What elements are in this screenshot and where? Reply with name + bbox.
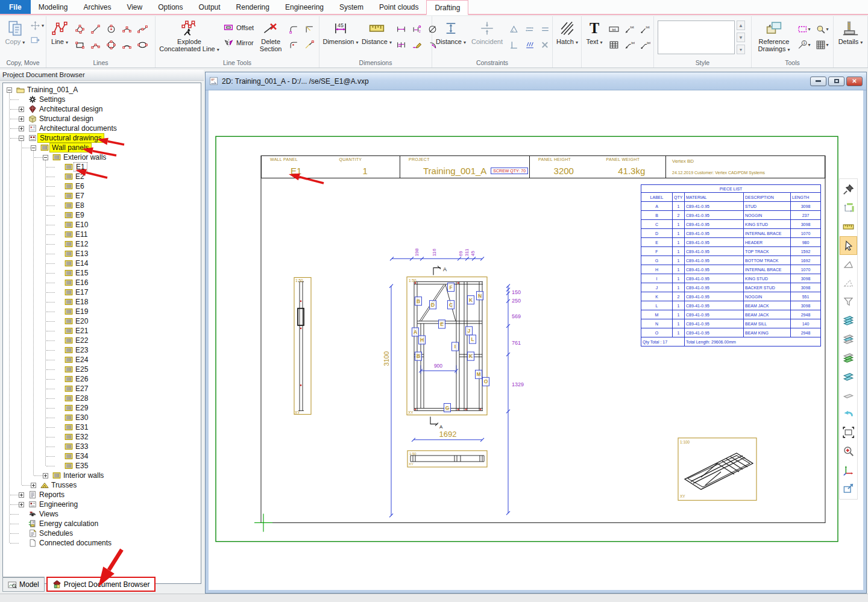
ribbon-button-table-icon[interactable] — [609, 40, 619, 50]
minimize-button[interactable] — [810, 77, 826, 86]
tab-options[interactable]: Options — [150, 0, 190, 14]
view-tool-undo-icon[interactable] — [840, 404, 857, 423]
ribbon-button-corner-trim-icon[interactable] — [304, 24, 315, 34]
tree-item-exterior-walls[interactable]: Exterior walls — [52, 152, 108, 162]
tab-drafting[interactable]: Drafting — [426, 0, 468, 15]
ribbon-button-extend-icon[interactable] — [304, 40, 315, 50]
view-tool-zoom-in-icon[interactable] — [840, 442, 857, 460]
style-scroll-down-icon[interactable]: ▼ — [737, 33, 745, 42]
ribbon-button-magnify-tool-icon[interactable]: ▾ — [816, 24, 828, 34]
tree-item-e1[interactable]: E1 — [64, 162, 87, 172]
ribbon-button-details[interactable]: Details ▾ — [835, 17, 866, 58]
ribbon-button-offset[interactable]: Offset — [224, 22, 254, 33]
view-tool-layers-cyan-icon[interactable] — [840, 311, 857, 330]
ribbon-button-select-box-icon[interactable]: ▾ — [797, 24, 810, 34]
tree-expander-minus[interactable] — [7, 87, 12, 93]
ribbon-button-dim-edit-icon[interactable] — [412, 40, 422, 50]
tree-item-architectural-design[interactable]: Architectural design — [28, 104, 104, 114]
tree-expander-plus[interactable] — [19, 502, 24, 507]
tree-item-e8[interactable]: E8 — [64, 201, 86, 210]
ribbon-button-kite-icon[interactable] — [75, 24, 85, 34]
tree-item-e9[interactable]: E9 — [64, 210, 86, 220]
view-tool-pin-icon[interactable] — [840, 180, 857, 199]
tree-expander-plus[interactable] — [19, 107, 24, 112]
ribbon-button-spline-icon[interactable] — [137, 24, 148, 34]
tree-item-energy-calculation[interactable]: 2Energy calculation — [28, 519, 100, 528]
tree-item-e23[interactable]: E23 — [64, 345, 90, 355]
tree-item-e19[interactable]: E19 — [64, 307, 90, 316]
tree-item-e15[interactable]: E15 — [64, 268, 90, 278]
ribbon-button-distance[interactable]: Distance ▾ — [360, 17, 393, 58]
ribbon-button-arc-icon[interactable] — [122, 40, 132, 50]
tree-item-training-001-a[interactable]: Training_001_A — [16, 85, 80, 95]
ribbon-button-dimension[interactable]: 45Dimension ▾ — [321, 17, 360, 58]
tree-item-reports[interactable]: Reports — [28, 490, 66, 500]
tree-item-e2[interactable]: E2 — [64, 172, 86, 181]
panel-tab-project-document-browser[interactable]: Project Document Browser — [46, 577, 156, 592]
tree-expander-minus[interactable] — [31, 145, 36, 151]
style-more-icon[interactable]: ▾ — [737, 45, 745, 54]
ribbon-button-leader-number-icon[interactable]: 1▾ — [797, 40, 810, 50]
tree-item-structural-drawings[interactable]: Structural drawings — [28, 133, 104, 143]
ribbon-button-circle-point-icon[interactable] — [106, 24, 116, 34]
tab-rendering[interactable]: Rendering — [228, 0, 277, 14]
tree-expander-minus[interactable] — [19, 136, 24, 141]
view-tool-select-cursor-icon[interactable] — [840, 236, 857, 255]
tree-item-e6[interactable]: E6 — [64, 181, 86, 191]
ribbon-button-reference-drawings[interactable]: ReferenceDrawings ▾ — [753, 17, 795, 58]
tree-expander-plus[interactable] — [19, 116, 24, 122]
ribbon-button-move-icon[interactable]: ▾ — [30, 20, 44, 31]
tab-file[interactable]: File — [0, 0, 31, 14]
ribbon-button-constraint-hatch-icon[interactable] — [524, 40, 535, 50]
drawing-canvas[interactable]: 1:50XY1:50XY1:50XY1:100XY198116693114531… — [209, 90, 863, 590]
restore-button[interactable] — [828, 77, 844, 86]
tree-item-schedules[interactable]: Schedules — [28, 528, 75, 538]
ribbon-button-leader-text-icon[interactable]: txt — [624, 24, 635, 34]
tree-item-e32[interactable]: E32 — [64, 432, 90, 442]
view-tool-axes-icon[interactable] — [840, 460, 857, 479]
tab-output[interactable]: Output — [191, 0, 228, 14]
tree-item-e11[interactable]: E11 — [64, 230, 89, 239]
tab-engineering[interactable]: Engineering — [277, 0, 332, 14]
tree-item-e30[interactable]: E30 — [64, 413, 90, 422]
tree-item-e27[interactable]: E27 — [64, 384, 90, 393]
tree-item-e24[interactable]: E24 — [64, 355, 90, 365]
tree-item-views[interactable]: Views — [28, 509, 60, 519]
ribbon-button-dim-point-icon[interactable]: 2 — [412, 24, 422, 34]
view-tool-ruler-icon[interactable] — [840, 218, 857, 236]
close-button[interactable]: ✕ — [846, 77, 863, 86]
ribbon-button-ellipse-icon[interactable] — [137, 40, 148, 50]
drawing-window-titlebar[interactable]: 2D: Training_001_A - D:/... /se/SE_E1@A.… — [206, 72, 866, 90]
view-tool-triangle-icon[interactable] — [840, 255, 857, 274]
ribbon-button-paste-window-icon[interactable] — [30, 34, 44, 45]
tree-expander-plus[interactable] — [31, 483, 36, 488]
tree-item-connected-documents[interactable]: Connected documents — [28, 538, 113, 548]
view-tool-pan-view-icon[interactable] — [840, 479, 857, 498]
tree-item-e35[interactable]: E35 — [64, 461, 90, 471]
ribbon-button-equal-icon[interactable] — [540, 24, 550, 34]
tab-modeling[interactable]: Modeling — [31, 0, 76, 14]
ribbon-button-hatch[interactable]: Hatch ▾ — [554, 17, 580, 58]
tree-item-e34[interactable]: E34 — [64, 451, 90, 461]
ribbon-button-delete-section[interactable]: DeleteSection — [256, 17, 286, 58]
tree-expander-plus[interactable] — [43, 473, 48, 478]
view-tool-triangle-dashed-icon[interactable] — [840, 274, 857, 292]
tab-archives[interactable]: Archives — [75, 0, 119, 14]
ribbon-button-line[interactable]: Line ▾ — [48, 17, 72, 58]
tree-item-e20[interactable]: E20 — [64, 316, 90, 326]
view-tool-layers-green-icon[interactable] — [840, 348, 857, 367]
tree-item-e10[interactable]: E10 — [64, 220, 90, 230]
panel-tab-model[interactable]: Model — [2, 577, 45, 592]
ribbon-button-distance[interactable]: Distance ▾ — [433, 17, 468, 58]
ribbon-button-mirror[interactable]: Mirror — [224, 37, 254, 48]
ribbon-button-leader-line-text-icon[interactable]: txt — [640, 24, 650, 34]
tree-item-e33[interactable]: E33 — [64, 442, 90, 451]
tab-point-clouds[interactable]: Point clouds — [371, 0, 426, 14]
tree-item-wall-panels[interactable]: Wall panels — [40, 143, 92, 152]
style-scroll-up-icon[interactable]: ▲ — [737, 20, 745, 30]
ribbon-button-arc-points-icon[interactable] — [122, 24, 132, 34]
tree-item-e14[interactable]: E14 — [64, 259, 90, 268]
ribbon-button-remove-constraint-icon[interactable] — [540, 40, 550, 50]
tree-item-e26[interactable]: E26 — [64, 374, 90, 384]
view-tool-zoom-window-icon[interactable] — [840, 423, 857, 442]
